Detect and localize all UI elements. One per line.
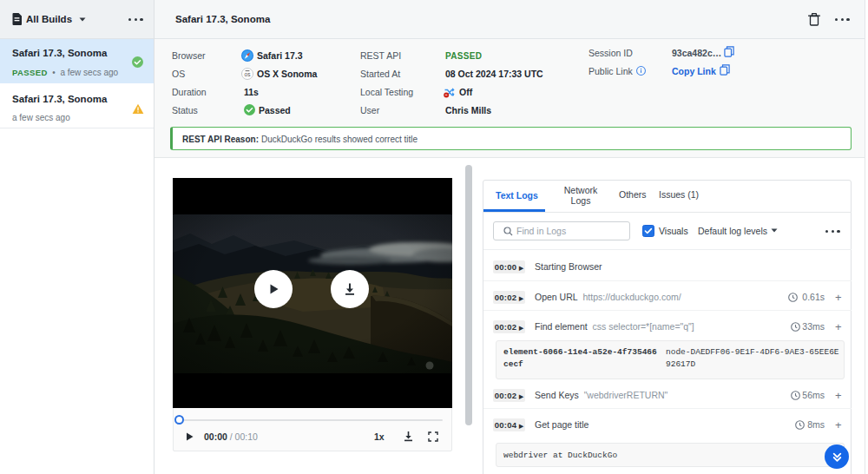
- svg-text:os: os: [245, 71, 252, 77]
